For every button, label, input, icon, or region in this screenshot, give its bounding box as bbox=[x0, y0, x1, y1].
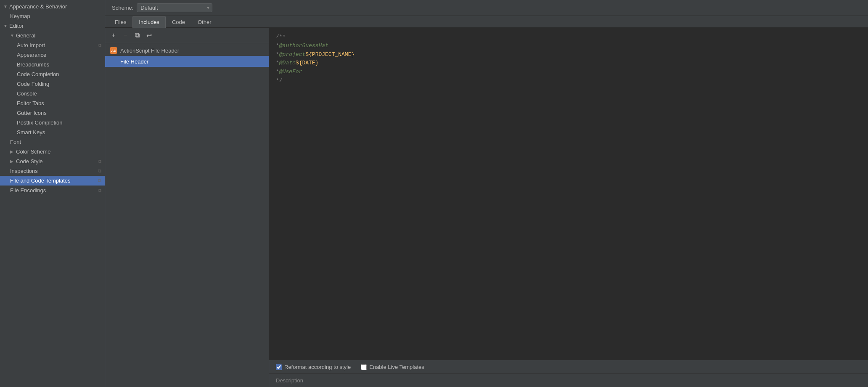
tab-other[interactable]: Other bbox=[191, 16, 218, 28]
sidebar-item-appearance[interactable]: Appearance bbox=[0, 50, 105, 60]
sidebar-item-editor[interactable]: ▼ Editor bbox=[0, 21, 105, 31]
description-label: Description bbox=[276, 377, 303, 384]
arrow-icon: ▼ bbox=[3, 4, 9, 9]
sidebar-item-label: Auto Import bbox=[17, 42, 45, 48]
sidebar-item-code-style[interactable]: ▶ Code Style⧉ bbox=[0, 156, 105, 166]
file-item-label: ActionScript File Header bbox=[120, 48, 179, 54]
code-text: @Date bbox=[279, 59, 296, 68]
sidebar-item-label: Smart Keys bbox=[17, 129, 45, 135]
file-list: ASActionScript File HeaderFile Header bbox=[105, 43, 269, 387]
sidebar-item-file-code-templates[interactable]: File and Code Templates⧉ bbox=[0, 176, 105, 186]
sidebar-item-inspections[interactable]: Inspections⧉ bbox=[0, 166, 105, 176]
remove-button[interactable]: − bbox=[120, 30, 130, 40]
code-text: GuessHat bbox=[302, 42, 328, 50]
sidebar-item-appearance-behavior[interactable]: ▼ Appearance & Behavior bbox=[0, 2, 105, 11]
sidebar-item-label: Editor Tabs bbox=[17, 100, 44, 106]
sidebar-item-gutter-icons[interactable]: Gutter Icons bbox=[0, 108, 105, 118]
sidebar-item-label: File Encodings bbox=[10, 187, 46, 194]
copy-icon: ⧉ bbox=[98, 42, 101, 48]
code-text: ${DATE} bbox=[296, 59, 319, 68]
sidebar-item-code-folding[interactable]: Code Folding bbox=[0, 79, 105, 89]
description-bar: Description bbox=[269, 374, 868, 387]
tab-includes[interactable]: Includes bbox=[132, 16, 165, 28]
file-list-toolbar: + − ⧉ ↩ bbox=[105, 28, 269, 43]
scheme-dropdown[interactable]: Default bbox=[137, 3, 212, 12]
code-line: */ bbox=[276, 77, 861, 85]
tabs-bar: FilesIncludesCodeOther bbox=[105, 16, 868, 28]
file-icon-java bbox=[110, 58, 117, 65]
tab-files[interactable]: Files bbox=[108, 16, 132, 28]
code-text: * bbox=[276, 68, 279, 77]
live-templates-label: Enable Live Templates bbox=[369, 364, 424, 370]
main-content: Scheme: Default FilesIncludesCodeOther +… bbox=[105, 0, 868, 387]
sidebar-item-keymap[interactable]: Keymap bbox=[0, 11, 105, 21]
code-text: */ bbox=[276, 77, 283, 85]
tab-code[interactable]: Code bbox=[166, 16, 191, 28]
code-panel: /** * @author GuessHat * @project ${PROJ… bbox=[269, 28, 868, 387]
code-text: @author bbox=[279, 42, 302, 50]
reformat-checkbox-item[interactable]: Reformat according to style bbox=[276, 364, 351, 370]
file-item-actionscript-file-header[interactable]: ASActionScript File Header bbox=[105, 45, 269, 56]
sidebar-item-auto-import[interactable]: Auto Import⧉ bbox=[0, 40, 105, 50]
code-text: @UseFor bbox=[279, 68, 302, 77]
sidebar-item-breadcrumbs[interactable]: Breadcrumbs bbox=[0, 60, 105, 69]
sidebar-item-label: Gutter Icons bbox=[17, 110, 47, 116]
scheme-dropdown-wrapper: Default bbox=[137, 3, 212, 12]
copy-icon: ⧉ bbox=[98, 178, 101, 183]
sidebar-item-label: Appearance & Behavior bbox=[9, 3, 67, 10]
sidebar-item-smart-keys[interactable]: Smart Keys bbox=[0, 127, 105, 137]
sidebar-item-code-completion[interactable]: Code Completion bbox=[0, 69, 105, 79]
add-button[interactable]: + bbox=[108, 30, 119, 40]
sidebar-item-label: Postfix Completion bbox=[17, 119, 62, 126]
copy-icon: ⧉ bbox=[98, 159, 101, 164]
scheme-bar: Scheme: Default bbox=[105, 0, 868, 16]
arrow-icon: ▶ bbox=[10, 159, 16, 164]
sidebar-item-general[interactable]: ▼ General bbox=[0, 31, 105, 40]
sidebar-item-label: Breadcrumbs bbox=[17, 61, 49, 68]
sidebar-item-label: Code Completion bbox=[17, 71, 59, 77]
arrow-icon: ▶ bbox=[10, 149, 16, 154]
sidebar-item-color-scheme[interactable]: ▶ Color Scheme bbox=[0, 147, 105, 156]
code-line: * @author GuessHat bbox=[276, 42, 861, 50]
arrow-icon: ▼ bbox=[10, 33, 16, 38]
sidebar-item-label: Editor bbox=[9, 23, 24, 29]
code-line: * @project ${PROJECT_NAME} bbox=[276, 50, 861, 59]
copy-button[interactable]: ⧉ bbox=[132, 30, 142, 40]
file-icon-as: AS bbox=[110, 47, 117, 54]
scheme-label: Scheme: bbox=[112, 5, 133, 11]
code-footer: Reformat according to style Enable Live … bbox=[269, 360, 868, 374]
code-editor[interactable]: /** * @author GuessHat * @project ${PROJ… bbox=[269, 28, 868, 360]
code-text: ${PROJECT_NAME} bbox=[305, 50, 355, 59]
code-line: * @UseFor bbox=[276, 68, 861, 77]
sidebar-item-label: Console bbox=[17, 90, 37, 97]
file-list-panel: + − ⧉ ↩ ASActionScript File HeaderFile H… bbox=[105, 28, 269, 387]
copy-icon: ⧉ bbox=[98, 168, 101, 174]
reformat-checkbox[interactable] bbox=[276, 364, 282, 370]
file-item-label: File Header bbox=[120, 58, 148, 65]
code-text: @project bbox=[279, 50, 305, 59]
code-text: * bbox=[276, 59, 279, 68]
sidebar-item-label: Appearance bbox=[17, 52, 46, 58]
sidebar-item-label: Code Folding bbox=[17, 81, 49, 87]
sidebar-item-label: Code Style bbox=[16, 158, 43, 164]
sidebar: ▼ Appearance & BehaviorKeymap▼ Editor▼ G… bbox=[0, 0, 105, 387]
sidebar-item-file-encodings[interactable]: File Encodings⧉ bbox=[0, 186, 105, 195]
sidebar-item-label: Color Scheme bbox=[16, 148, 50, 155]
split-panel: + − ⧉ ↩ ASActionScript File HeaderFile H… bbox=[105, 28, 868, 387]
sidebar-item-editor-tabs[interactable]: Editor Tabs bbox=[0, 98, 105, 108]
live-templates-checkbox[interactable] bbox=[361, 364, 367, 370]
sidebar-item-font[interactable]: Font bbox=[0, 137, 105, 147]
code-text: * bbox=[276, 42, 279, 50]
code-line: /** bbox=[276, 33, 861, 42]
reset-button[interactable]: ↩ bbox=[144, 30, 154, 40]
sidebar-item-label: Keymap bbox=[10, 13, 30, 19]
sidebar-item-label: File and Code Templates bbox=[10, 178, 71, 184]
live-templates-checkbox-item[interactable]: Enable Live Templates bbox=[361, 364, 424, 370]
sidebar-item-console[interactable]: Console bbox=[0, 89, 105, 98]
code-line: * @Date ${DATE} bbox=[276, 59, 861, 68]
reformat-label: Reformat according to style bbox=[284, 364, 351, 370]
arrow-icon: ▼ bbox=[3, 24, 9, 28]
sidebar-item-label: General bbox=[16, 32, 35, 39]
file-item-file-header[interactable]: File Header bbox=[105, 56, 269, 67]
sidebar-item-postfix-completion[interactable]: Postfix Completion bbox=[0, 118, 105, 127]
